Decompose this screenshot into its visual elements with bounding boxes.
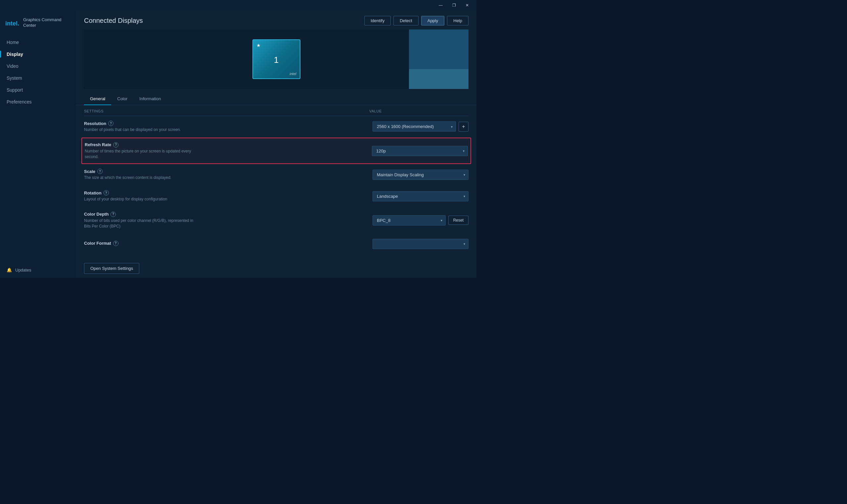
- tab-color[interactable]: Color: [111, 93, 133, 105]
- sidebar-app-title: Graphics Command Center: [23, 17, 71, 29]
- color-depth-help-icon[interactable]: ?: [110, 212, 116, 217]
- refresh-rate-row: Refresh Rate ? Number of times the pictu…: [82, 138, 471, 164]
- resolution-info: Resolution ? Number of pixels that can b…: [84, 121, 373, 132]
- resolution-select-wrapper: 2560 x 1600 (Recommended) 1920 x 1200 19…: [373, 121, 456, 132]
- rotation-desc: Layout of your desktop for display confi…: [84, 196, 200, 202]
- resolution-help-icon[interactable]: ?: [108, 121, 113, 126]
- page-title: Connected Displays: [84, 17, 143, 24]
- primary-display-star-icon: ★: [257, 43, 261, 48]
- resolution-desc: Number of pixels that can be displayed o…: [84, 127, 200, 132]
- settings-area: SETTINGS VALUE Resolution ? Number of pi…: [76, 105, 476, 259]
- refresh-rate-desc: Number of times the picture on your scre…: [85, 148, 200, 160]
- tabs-bar: General Color Information: [76, 93, 476, 105]
- main-content: Connected Displays Identify Detect Apply…: [76, 11, 476, 278]
- bell-icon: 🔔: [6, 268, 12, 272]
- color-depth-info: Color Depth ? Number of bits used per co…: [84, 212, 373, 229]
- side-panel-right: [409, 30, 469, 89]
- resolution-label: Resolution ?: [84, 121, 373, 126]
- sidebar-nav: Home Display Video System Support Prefer…: [0, 36, 76, 262]
- help-button[interactable]: Help: [447, 16, 469, 25]
- rotation-select[interactable]: Landscape Portrait Landscape (Flipped) P…: [373, 191, 469, 201]
- sidebar-item-system[interactable]: System: [0, 72, 76, 84]
- color-format-select-wrapper: ▾: [373, 239, 469, 249]
- title-bar: — ❐ ✕: [0, 0, 476, 11]
- minimize-button[interactable]: —: [434, 0, 447, 11]
- color-depth-row: Color Depth ? Number of bits used per co…: [84, 207, 469, 234]
- sidebar-item-display-label: Display: [6, 52, 23, 57]
- resolution-add-button[interactable]: +: [459, 122, 469, 132]
- maximize-button[interactable]: ❐: [447, 0, 461, 11]
- app-body: intel. Graphics Command Center Home Disp…: [0, 11, 476, 278]
- side-panel-bottom: [409, 69, 469, 89]
- sidebar-item-home[interactable]: Home: [0, 36, 76, 48]
- color-depth-select[interactable]: BPC_8 BPC_6 BPC_10 BPC_12: [373, 215, 446, 226]
- color-format-control: ▾: [373, 239, 469, 249]
- page-header: Connected Displays Identify Detect Apply…: [76, 11, 476, 25]
- resolution-select[interactable]: 2560 x 1600 (Recommended) 1920 x 1200 19…: [373, 121, 456, 132]
- resolution-control: 2560 x 1600 (Recommended) 1920 x 1200 19…: [373, 121, 469, 132]
- refresh-rate-select[interactable]: 120p 60p 59p: [372, 146, 468, 156]
- color-depth-desc: Number of bits used per color channel (R…: [84, 218, 200, 229]
- col-settings-label: SETTINGS: [84, 109, 369, 113]
- monitor-brand: intel: [289, 72, 296, 76]
- sidebar-item-preferences-label: Preferences: [6, 99, 32, 105]
- color-depth-reset-button[interactable]: Reset: [448, 216, 469, 225]
- color-format-help-icon[interactable]: ?: [113, 241, 119, 246]
- display-preview: ★ 1 intel: [84, 30, 469, 89]
- color-depth-select-wrapper: BPC_8 BPC_6 BPC_10 BPC_12 ▾: [373, 215, 446, 226]
- sidebar-item-support[interactable]: Support: [0, 84, 76, 96]
- sidebar-item-home-label: Home: [6, 40, 19, 45]
- intel-logo-icon: intel.: [5, 18, 20, 28]
- scale-label: Scale ?: [84, 169, 373, 174]
- scale-desc: The size at which the screen content is …: [84, 175, 200, 181]
- side-panel-top: [409, 30, 469, 69]
- rotation-control: Landscape Portrait Landscape (Flipped) P…: [373, 191, 469, 201]
- resolution-row: Resolution ? Number of pixels that can b…: [84, 116, 469, 138]
- monitor-number: 1: [274, 55, 279, 65]
- header-actions: Identify Detect Apply Help: [364, 16, 469, 25]
- tab-information[interactable]: Information: [133, 93, 167, 105]
- svg-text:intel.: intel.: [5, 20, 19, 27]
- open-system-settings-button[interactable]: Open System Settings: [84, 263, 139, 274]
- detect-button[interactable]: Detect: [393, 16, 419, 25]
- identify-button[interactable]: Identify: [364, 16, 391, 25]
- rotation-select-wrapper: Landscape Portrait Landscape (Flipped) P…: [373, 191, 469, 201]
- sidebar-item-support-label: Support: [6, 87, 23, 93]
- refresh-rate-info: Refresh Rate ? Number of times the pictu…: [85, 142, 372, 160]
- color-format-row: Color Format ? ▾: [84, 234, 469, 254]
- sidebar-item-system-label: System: [6, 75, 22, 81]
- scale-row: Scale ? The size at which the screen con…: [84, 164, 469, 185]
- tab-general[interactable]: General: [84, 93, 111, 105]
- scale-info: Scale ? The size at which the screen con…: [84, 169, 373, 181]
- sidebar: intel. Graphics Command Center Home Disp…: [0, 11, 76, 278]
- rotation-row: Rotation ? Layout of your desktop for di…: [84, 185, 469, 207]
- rotation-help-icon[interactable]: ?: [104, 190, 109, 195]
- col-value-label: VALUE: [369, 109, 469, 113]
- color-format-info: Color Format ?: [84, 241, 373, 247]
- scale-select-wrapper: Maintain Display Scaling Custom 100% 125…: [373, 170, 469, 180]
- scale-help-icon[interactable]: ?: [97, 169, 103, 174]
- scale-control: Maintain Display Scaling Custom 100% 125…: [373, 170, 469, 180]
- color-format-select[interactable]: [373, 239, 469, 249]
- settings-header: SETTINGS VALUE: [84, 105, 469, 116]
- color-depth-label: Color Depth ?: [84, 212, 373, 217]
- refresh-rate-control: 120p 60p 59p ▾: [372, 146, 468, 156]
- updates-label: Updates: [15, 268, 31, 272]
- refresh-rate-label: Refresh Rate ?: [85, 142, 372, 147]
- rotation-info: Rotation ? Layout of your desktop for di…: [84, 190, 373, 202]
- monitor-card-1[interactable]: ★ 1 intel: [252, 39, 300, 79]
- refresh-rate-help-icon[interactable]: ?: [113, 142, 119, 147]
- refresh-rate-select-wrapper: 120p 60p 59p ▾: [372, 146, 468, 156]
- apply-button[interactable]: Apply: [421, 16, 445, 25]
- scale-select[interactable]: Maintain Display Scaling Custom 100% 125…: [373, 170, 469, 180]
- sidebar-logo: intel. Graphics Command Center: [0, 15, 76, 36]
- rotation-label: Rotation ?: [84, 190, 373, 195]
- sidebar-item-video[interactable]: Video: [0, 60, 76, 72]
- sidebar-item-video-label: Video: [6, 64, 19, 69]
- close-button[interactable]: ✕: [461, 0, 474, 11]
- bottom-action: Open System Settings: [76, 259, 476, 278]
- sidebar-updates[interactable]: 🔔 Updates: [0, 262, 76, 278]
- sidebar-item-display[interactable]: Display: [0, 48, 76, 60]
- sidebar-item-preferences[interactable]: Preferences: [0, 96, 76, 108]
- color-format-label: Color Format ?: [84, 241, 373, 246]
